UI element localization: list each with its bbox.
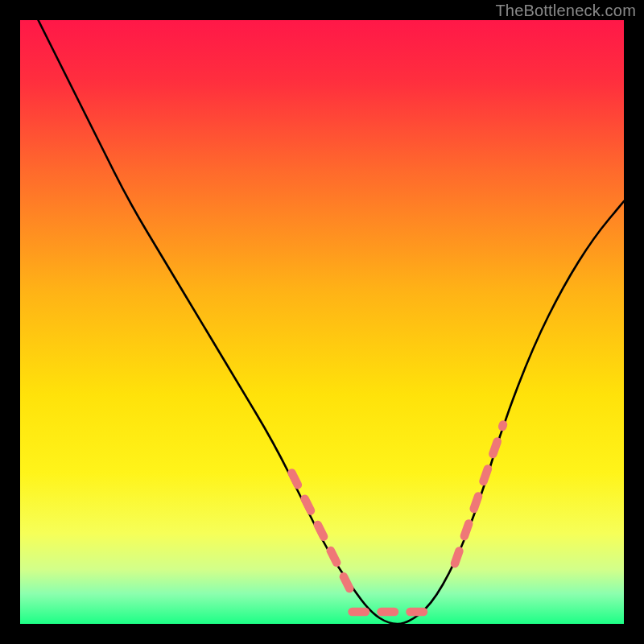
curve-path	[39, 20, 625, 624]
bottleneck-curve	[20, 20, 624, 624]
attribution-text: TheBottleneck.com	[495, 2, 636, 20]
dash-left	[292, 473, 353, 594]
plot-area	[20, 20, 624, 624]
chart-stage: TheBottleneck.com	[0, 0, 644, 644]
